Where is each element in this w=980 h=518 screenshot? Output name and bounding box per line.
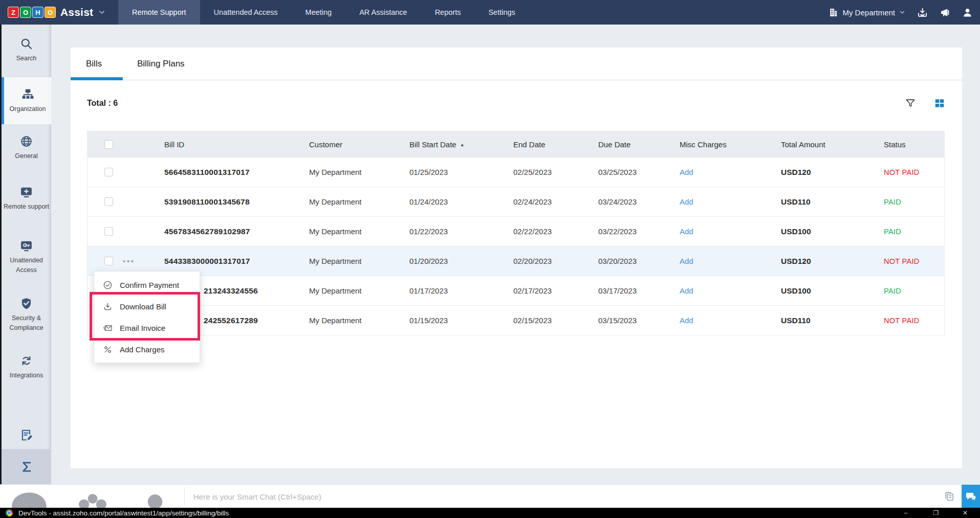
sidebar-item-organization[interactable]: Organization xyxy=(2,77,51,124)
nav-item-meeting[interactable]: Meeting xyxy=(292,0,346,25)
smart-chat-input[interactable]: Here is your Smart Chat (Ctrl+Space) xyxy=(193,485,756,508)
add-charge-link[interactable]: Add xyxy=(680,286,693,295)
nav-item-label: Meeting xyxy=(306,8,332,16)
top-nav: Z O H O Assist Remote SupportUnattended … xyxy=(0,0,980,25)
column-header-label: Bill ID xyxy=(164,140,184,149)
table-row: 5664583110001317017My Department01/25/20… xyxy=(88,157,944,187)
table-row: 213243324556My Department01/17/202302/17… xyxy=(88,276,944,306)
column-header-bill-start-date[interactable]: Bill Start Date▲ xyxy=(409,140,513,149)
sidebar-item-unattended-access[interactable]: Unattended Access xyxy=(2,237,51,278)
tab-label: Bills xyxy=(86,59,102,69)
feedback-note-icon xyxy=(20,429,33,442)
column-header-total-amount[interactable]: Total Amount xyxy=(781,140,884,149)
add-charge-link[interactable]: Add xyxy=(680,197,693,206)
download-agent-icon[interactable] xyxy=(917,7,928,18)
bill-id-cell: 5664583110001317017 xyxy=(164,168,309,177)
menu-item-label: Confirm Payment xyxy=(120,281,179,289)
menu-item-add-charges[interactable]: Add Charges xyxy=(94,339,200,360)
column-header-bill-id[interactable]: Bill ID xyxy=(164,140,309,149)
zoho-logo-tile: O xyxy=(20,7,31,18)
sidebar-item-feedback-note[interactable] xyxy=(2,423,51,447)
status-badge: PAID xyxy=(884,287,944,295)
row-checkbox[interactable] xyxy=(104,257,113,265)
column-header-status[interactable]: Status xyxy=(884,140,944,149)
misc-charges-cell: Add xyxy=(680,168,781,177)
bill-id-cell: 5443383000001317017 xyxy=(164,257,309,266)
total-count-label: Total : 6 xyxy=(87,99,118,108)
row-checkbox[interactable] xyxy=(104,197,113,206)
nav-item-remote-support[interactable]: Remote Support xyxy=(118,0,200,25)
menu-item-label: Add Charges xyxy=(120,345,165,354)
smart-chat-toggle-button[interactable] xyxy=(962,485,980,508)
chevron-down-icon[interactable] xyxy=(98,9,105,16)
menu-item-download-bill[interactable]: Download Bill xyxy=(94,296,200,317)
column-header-label: End Date xyxy=(513,140,546,149)
nav-item-settings[interactable]: Settings xyxy=(474,0,529,25)
tab-label: Billing Plans xyxy=(137,59,185,69)
nav-item-reports[interactable]: Reports xyxy=(421,0,475,25)
due-date-cell: 03/17/2023 xyxy=(598,286,680,295)
select-all-checkbox[interactable] xyxy=(104,140,113,149)
billing-card: BillsBilling Plans Total : 6 Bill IDCust… xyxy=(71,48,962,468)
user-account-icon[interactable] xyxy=(962,7,973,18)
nav-item-label: Unattended Access xyxy=(214,8,278,16)
total-amount-cell: USD120 xyxy=(781,257,884,266)
add-charge-link[interactable]: Add xyxy=(680,168,693,176)
sidebar-item-remote-support[interactable]: Remote support xyxy=(2,178,51,219)
table-row: 5391908110001345678My Department01/24/20… xyxy=(88,187,944,217)
nav-item-unattended-access[interactable]: Unattended Access xyxy=(200,0,292,25)
table-row: 4567834562789102987My Department01/22/20… xyxy=(88,217,944,246)
sidebar-item-integrations[interactable]: Integrations xyxy=(2,352,51,382)
end-date-cell: 02/15/2023 xyxy=(513,316,598,325)
restore-button[interactable]: ❐ xyxy=(929,508,943,518)
add-charge-link[interactable]: Add xyxy=(680,316,693,325)
menu-item-email-invoice[interactable]: Email Invoice xyxy=(94,317,200,339)
chevron-down-icon xyxy=(899,9,905,15)
shield-check-icon xyxy=(20,297,33,310)
sidebar-item-logs-sigma[interactable] xyxy=(2,449,51,484)
add-charge-link[interactable]: Add xyxy=(680,257,693,265)
building-icon xyxy=(829,8,838,17)
header-select-cell xyxy=(88,140,164,149)
column-header-label: Bill Start Date xyxy=(409,140,456,149)
bill-start-date-cell: 01/20/2023 xyxy=(409,257,513,265)
copy-cards-icon[interactable] xyxy=(943,490,955,502)
unattended-key-icon xyxy=(20,239,33,252)
sidebar-item-general[interactable]: General xyxy=(2,132,51,164)
column-header-customer[interactable]: Customer xyxy=(309,140,409,149)
email-send-icon xyxy=(103,323,113,333)
minimize-button[interactable]: – xyxy=(899,508,913,518)
sort-ascending-icon: ▲ xyxy=(460,142,465,147)
end-date-cell: 02/17/2023 xyxy=(513,286,598,295)
column-header-due-date[interactable]: Due Date xyxy=(598,140,680,149)
nav-item-ar-assistance[interactable]: AR Assistance xyxy=(345,0,421,25)
status-badge: NOT PAID xyxy=(884,257,944,265)
tab-bills[interactable]: Bills xyxy=(86,48,102,80)
close-button[interactable]: ✕ xyxy=(958,508,972,518)
menu-item-confirm-payment[interactable]: Confirm Payment xyxy=(94,274,200,296)
filter-funnel-icon[interactable] xyxy=(905,98,916,109)
grid-view-icon[interactable] xyxy=(934,98,945,109)
sidebar-item-label: Search xyxy=(3,54,50,63)
status-badge: PAID xyxy=(884,228,944,236)
column-header-misc-charges[interactable]: Misc Charges xyxy=(680,140,781,149)
menu-item-label: Download Bill xyxy=(120,302,166,311)
billing-tabbar: BillsBilling Plans xyxy=(71,48,962,80)
sidebar-item-label: General xyxy=(3,151,50,161)
add-charge-link[interactable]: Add xyxy=(680,227,693,236)
tab-billing-plans[interactable]: Billing Plans xyxy=(137,48,185,80)
bill-start-date-cell: 01/25/2023 xyxy=(409,168,513,176)
department-switcher[interactable]: My Department xyxy=(829,8,905,17)
column-header-end-date[interactable]: End Date xyxy=(513,140,598,149)
active-tab-underline xyxy=(71,77,123,80)
sidebar-item-search[interactable]: Search xyxy=(2,31,51,70)
column-header-label: Status xyxy=(884,140,906,149)
sidebar-item-security-compliance[interactable]: Security & Compliance xyxy=(2,295,51,335)
bill-start-date-cell: 01/24/2023 xyxy=(409,197,513,206)
announcement-icon[interactable] xyxy=(940,7,950,18)
menu-item-label: Email Invoice xyxy=(120,324,165,332)
row-checkbox[interactable] xyxy=(104,168,113,176)
row-checkbox[interactable] xyxy=(104,227,113,236)
row-actions-ellipsis[interactable]: ••• xyxy=(123,258,135,265)
zoho-assist-logo[interactable]: Z O H O Assist xyxy=(0,6,118,18)
